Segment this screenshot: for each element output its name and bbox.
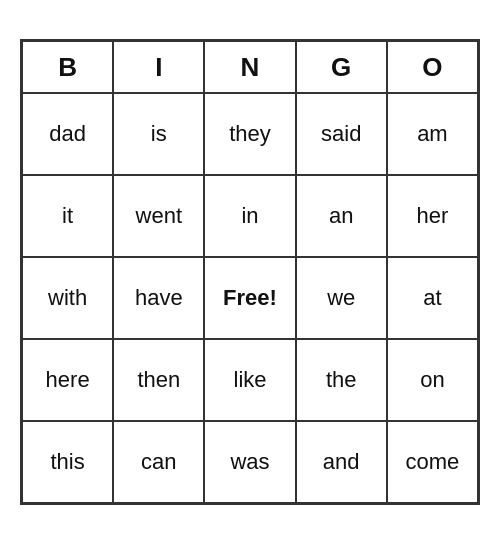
cell-4-4[interactable]: the	[296, 339, 387, 421]
bingo-row-2: it went in an her	[22, 175, 478, 257]
cell-3-4[interactable]: we	[296, 257, 387, 339]
header-g: G	[296, 41, 387, 93]
cell-3-1[interactable]: with	[22, 257, 113, 339]
cell-4-1[interactable]: here	[22, 339, 113, 421]
cell-3-5[interactable]: at	[387, 257, 478, 339]
bingo-header-row: B I N G O	[22, 41, 478, 93]
cell-4-2[interactable]: then	[113, 339, 204, 421]
cell-1-4[interactable]: said	[296, 93, 387, 175]
cell-2-4[interactable]: an	[296, 175, 387, 257]
header-n: N	[204, 41, 295, 93]
cell-4-5[interactable]: on	[387, 339, 478, 421]
cell-5-5[interactable]: come	[387, 421, 478, 503]
cell-2-1[interactable]: it	[22, 175, 113, 257]
cell-4-3[interactable]: like	[204, 339, 295, 421]
bingo-row-5: this can was and come	[22, 421, 478, 503]
bingo-row-3: with have Free! we at	[22, 257, 478, 339]
cell-2-2[interactable]: went	[113, 175, 204, 257]
cell-1-3[interactable]: they	[204, 93, 295, 175]
cell-2-3[interactable]: in	[204, 175, 295, 257]
cell-3-3-free[interactable]: Free!	[204, 257, 295, 339]
bingo-row-1: dad is they said am	[22, 93, 478, 175]
header-b: B	[22, 41, 113, 93]
cell-2-5[interactable]: her	[387, 175, 478, 257]
cell-5-4[interactable]: and	[296, 421, 387, 503]
cell-1-1[interactable]: dad	[22, 93, 113, 175]
header-i: I	[113, 41, 204, 93]
cell-3-2[interactable]: have	[113, 257, 204, 339]
cell-5-1[interactable]: this	[22, 421, 113, 503]
bingo-card: B I N G O dad is they said am it went in…	[20, 39, 480, 505]
header-o: O	[387, 41, 478, 93]
bingo-row-4: here then like the on	[22, 339, 478, 421]
cell-5-2[interactable]: can	[113, 421, 204, 503]
cell-1-2[interactable]: is	[113, 93, 204, 175]
cell-5-3[interactable]: was	[204, 421, 295, 503]
cell-1-5[interactable]: am	[387, 93, 478, 175]
